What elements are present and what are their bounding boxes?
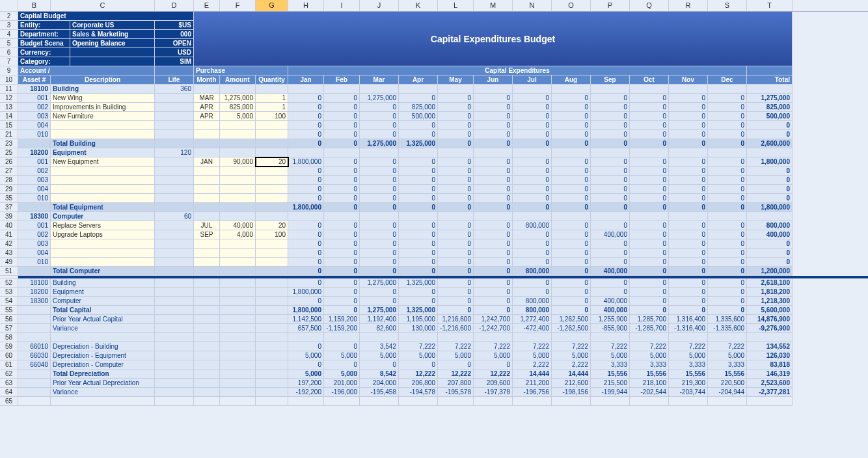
row-head-53[interactable]: 53: [0, 288, 18, 297]
purchase-amount[interactable]: 4,000: [220, 230, 256, 239]
asset-desc[interactable]: New Wing: [51, 94, 155, 103]
purchase-qty[interactable]: 1: [256, 103, 288, 112]
purchase-month[interactable]: [194, 176, 220, 185]
row-head-7[interactable]: 7: [0, 57, 18, 66]
purchase-amount[interactable]: 90,000: [220, 157, 256, 167]
purchase-qty[interactable]: [256, 176, 288, 185]
row-head-43[interactable]: 43: [0, 249, 18, 258]
asset-desc[interactable]: Improvements in Building: [51, 103, 155, 112]
purchase-amount[interactable]: 825,000: [220, 103, 256, 112]
row-head-10[interactable]: 10: [0, 75, 18, 85]
purchase-amount[interactable]: [220, 239, 256, 249]
purchase-qty[interactable]: [256, 239, 288, 249]
col-head-M[interactable]: M: [474, 0, 513, 11]
asset-desc[interactable]: New Equipment: [51, 157, 155, 167]
purchase-qty[interactable]: 20: [256, 221, 288, 230]
col-head-P[interactable]: P: [591, 0, 630, 11]
row-head-13[interactable]: 13: [0, 103, 18, 112]
col-head-B[interactable]: B: [18, 0, 51, 11]
row-head-15[interactable]: 15: [0, 121, 18, 130]
row-head-57[interactable]: 57: [0, 324, 18, 333]
col-head-I[interactable]: I: [324, 0, 360, 11]
asset-desc[interactable]: [51, 121, 155, 130]
row-head-60[interactable]: 60: [0, 351, 18, 360]
row-head-58[interactable]: 58: [0, 333, 18, 342]
asset-desc[interactable]: [51, 167, 155, 176]
purchase-amount[interactable]: [220, 249, 256, 258]
purchase-month[interactable]: SEP: [194, 230, 220, 239]
row-head-23[interactable]: 23: [0, 139, 18, 148]
row-head-6[interactable]: 6: [0, 48, 18, 57]
select-all-corner[interactable]: [0, 0, 18, 12]
purchase-month[interactable]: JAN: [194, 157, 220, 167]
row-head-4[interactable]: 4: [0, 30, 18, 39]
row-head-29[interactable]: 29: [0, 185, 18, 194]
col-head-K[interactable]: K: [399, 0, 438, 11]
purchase-qty[interactable]: [256, 194, 288, 203]
row-head-25[interactable]: 25: [0, 148, 18, 157]
row-head-27[interactable]: 27: [0, 167, 18, 176]
row-head-3[interactable]: 3: [0, 21, 18, 30]
row-head-5[interactable]: 5: [0, 39, 18, 48]
asset-desc[interactable]: [51, 176, 155, 185]
purchase-amount[interactable]: [220, 185, 256, 194]
row-head-64[interactable]: 64: [0, 388, 18, 397]
col-head-J[interactable]: J: [360, 0, 399, 11]
row-head-14[interactable]: 14: [0, 112, 18, 121]
purchase-amount[interactable]: [220, 176, 256, 185]
purchase-qty[interactable]: [256, 130, 288, 139]
col-head-N[interactable]: N: [513, 0, 552, 11]
col-head-R[interactable]: R: [669, 0, 708, 11]
row-head-59[interactable]: 59: [0, 342, 18, 351]
row-head-55[interactable]: 55: [0, 306, 18, 315]
purchase-amount[interactable]: 40,000: [220, 221, 256, 230]
spreadsheet-sheet[interactable]: BCDEFGHIJKLMNOPQRST 23456791011121314152…: [0, 0, 868, 458]
asset-desc[interactable]: Replace Servers: [51, 221, 155, 230]
asset-desc[interactable]: [51, 239, 155, 249]
purchase-qty[interactable]: [256, 121, 288, 130]
row-head-63[interactable]: 63: [0, 379, 18, 388]
col-head-G[interactable]: G: [256, 0, 288, 11]
row-head-9[interactable]: 9: [0, 66, 18, 75]
purchase-amount[interactable]: [220, 258, 256, 267]
purchase-qty[interactable]: 20: [256, 157, 288, 167]
col-head-C[interactable]: C: [51, 0, 155, 11]
asset-desc[interactable]: [51, 185, 155, 194]
purchase-qty[interactable]: 100: [256, 230, 288, 239]
col-head-S[interactable]: S: [708, 0, 747, 11]
row-head-28[interactable]: 28: [0, 176, 18, 185]
row-head-12[interactable]: 12: [0, 94, 18, 103]
col-head-D[interactable]: D: [155, 0, 194, 11]
purchase-month[interactable]: [194, 130, 220, 139]
purchase-amount[interactable]: 1,275,000: [220, 94, 256, 103]
row-head-62[interactable]: 62: [0, 370, 18, 379]
purchase-month[interactable]: APR: [194, 112, 220, 121]
purchase-qty[interactable]: [256, 185, 288, 194]
purchase-amount[interactable]: 5,000: [220, 112, 256, 121]
grid-body[interactable]: Capital Expenditures BudgetCapital Budge…: [18, 12, 868, 458]
purchase-month[interactable]: APR: [194, 103, 220, 112]
col-head-F[interactable]: F: [220, 0, 256, 11]
purchase-month[interactable]: JUL: [194, 221, 220, 230]
row-head-51[interactable]: 51: [0, 267, 18, 276]
asset-desc[interactable]: [51, 249, 155, 258]
row-head-35[interactable]: 35: [0, 194, 18, 203]
asset-desc[interactable]: [51, 194, 155, 203]
purchase-month[interactable]: [194, 239, 220, 249]
purchase-qty[interactable]: [256, 258, 288, 267]
col-head-T[interactable]: T: [747, 0, 793, 11]
purchase-month[interactable]: [194, 121, 220, 130]
col-head-L[interactable]: L: [438, 0, 474, 11]
purchase-amount[interactable]: [220, 167, 256, 176]
row-head-49[interactable]: 49: [0, 258, 18, 267]
row-head-54[interactable]: 54: [0, 297, 18, 306]
row-head-42[interactable]: 42: [0, 239, 18, 249]
col-head-H[interactable]: H: [288, 0, 324, 11]
row-head-56[interactable]: 56: [0, 315, 18, 324]
purchase-qty[interactable]: [256, 167, 288, 176]
purchase-qty[interactable]: 100: [256, 112, 288, 121]
purchase-month[interactable]: [194, 185, 220, 194]
asset-desc[interactable]: [51, 130, 155, 139]
asset-desc[interactable]: New Furniture: [51, 112, 155, 121]
purchase-month[interactable]: [194, 258, 220, 267]
